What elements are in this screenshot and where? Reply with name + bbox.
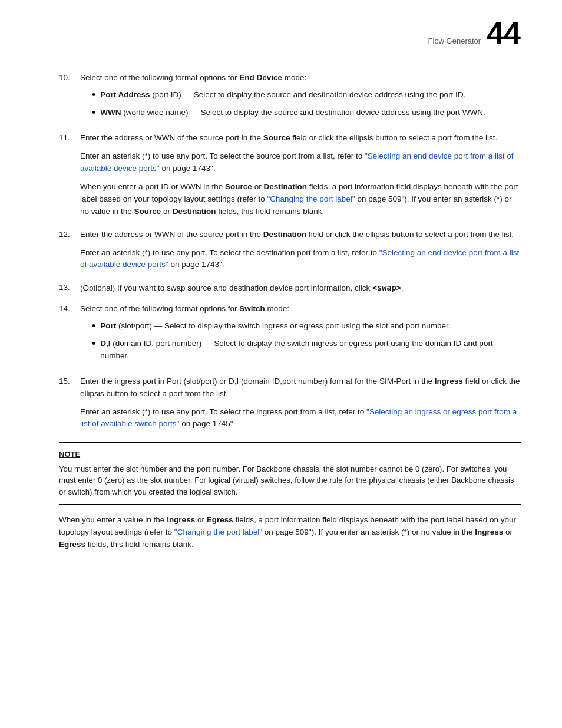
bullet-dot: •: [92, 89, 95, 102]
item-15-before: Enter the ingress port in Port (slot/por…: [80, 377, 435, 386]
list-item-11: 11. Enter the address or WWN of the sour…: [59, 132, 521, 220]
item-11-sub1: Enter an asterisk (*) to use any port. T…: [80, 150, 521, 175]
sub2-destination: Destination: [263, 182, 307, 191]
item-15-sub1: Enter an asterisk (*) to use any port. T…: [80, 406, 521, 431]
sub2-or2: or: [161, 207, 173, 216]
term-port-desc: (slot/port) — Select to display the swit…: [116, 321, 450, 330]
bullet-text-port: Port (slot/port) — Select to display the…: [100, 320, 521, 332]
item-number-14: 14.: [59, 303, 75, 367]
item-15-ingress: Ingress: [435, 377, 463, 386]
item-14-switch: Switch: [239, 304, 265, 313]
item-14-before: Select one of the following format optio…: [80, 304, 239, 313]
item-13-code: <swap>: [372, 283, 401, 292]
item-number-12: 12.: [59, 229, 75, 274]
footer-egress: Egress: [207, 515, 233, 524]
term-di: D,I: [100, 339, 110, 348]
item-text-14: Select one of the following format optio…: [80, 303, 521, 367]
term-wwn-desc: (world wide name) — Select to display th…: [121, 108, 485, 117]
page: Flow Generator 44 10. Select one of the …: [0, 0, 562, 728]
list-item-15: 15. Enter the ingress port in Port (slot…: [59, 375, 521, 433]
item-12-sub1-before: Enter an asterisk (*) to use any port. T…: [80, 248, 379, 257]
footer-ingress2: Ingress: [475, 528, 503, 536]
list-item-10: 10. Select one of the following format o…: [59, 72, 521, 124]
footer-or2: or: [503, 528, 513, 536]
footer-paragraph: When you enter a value in the Ingress or…: [59, 514, 521, 551]
sub1-before: Enter an asterisk (*) to use any port. T…: [80, 151, 365, 160]
footer-link[interactable]: "Changing the port label": [174, 528, 262, 536]
bullet-item-port-address: • Port Address (port ID) — Select to dis…: [92, 89, 521, 102]
item-14-bullets: • Port (slot/port) — Select to display t…: [92, 320, 521, 362]
item-12-after: field or click the ellipsis button to se…: [306, 230, 514, 239]
item-number-13: 13.: [59, 282, 75, 295]
footer-page: on page 509"). If you enter an asterisk …: [262, 528, 475, 536]
term-wwn: WWN: [100, 108, 121, 117]
item-11-after: field or click the ellipsis button to se…: [290, 133, 497, 142]
sub2-or: or: [252, 182, 264, 191]
item-text-15: Enter the ingress port in Port (slot/por…: [80, 375, 521, 433]
footer-egress2: Egress: [59, 540, 85, 549]
bullet-item-port: • Port (slot/port) — Select to display t…: [92, 320, 521, 333]
sub2-link[interactable]: "Changing the port label": [267, 195, 355, 203]
note-box: NOTE You must enter the slot number and …: [59, 442, 521, 505]
item-number-11: 11.: [59, 132, 75, 220]
item-text-10: Select one of the following format optio…: [80, 72, 521, 124]
bullet-text-port-address: Port Address (port ID) — Select to displ…: [100, 89, 521, 101]
bullet-dot: •: [92, 338, 95, 351]
footer-before: When you enter a value in the: [59, 515, 167, 524]
item-14-after: mode:: [265, 304, 289, 313]
note-text: You must enter the slot number and the p…: [59, 463, 521, 498]
sub2-end: fields, this field remains blank.: [216, 207, 324, 216]
list-item-14: 14. Select one of the following format o…: [59, 303, 521, 367]
term-di-desc: (domain ID, port number) — Select to dis…: [100, 339, 492, 360]
list-item-12: 12. Enter the address or WWN of the sour…: [59, 229, 521, 274]
item-12-before: Enter the address or WWN of the source p…: [80, 230, 263, 239]
item-text-12: Enter the address or WWN of the source p…: [80, 229, 521, 274]
item-11-source: Source: [263, 133, 290, 142]
footer-ingress: Ingress: [167, 515, 195, 524]
bullet-text-di: D,I (domain ID, port number) — Select to…: [100, 338, 521, 363]
item-12-sub1: Enter an asterisk (*) to use any port. T…: [80, 247, 521, 272]
sub2-before: When you enter a port ID or WWN in the: [80, 182, 225, 191]
footer-end: fields, this field remains blank.: [85, 540, 194, 549]
sub1-after: on page 1743".: [160, 164, 216, 173]
page-number: 44: [487, 18, 521, 48]
main-content: 10. Select one of the following format o…: [59, 72, 521, 551]
header-right: Flow Generator 44: [428, 18, 521, 48]
bullet-dot: •: [92, 320, 95, 333]
item-12-dest: Destination: [263, 230, 307, 239]
bullet-item-di: • D,I (domain ID, port number) — Select …: [92, 338, 521, 363]
item-number-10: 10.: [59, 72, 75, 124]
item-10-bullets: • Port Address (port ID) — Select to dis…: [92, 89, 521, 119]
item-15-sub1-before: Enter an asterisk (*) to use any port. T…: [80, 407, 366, 416]
bullet-item-wwn: • WWN (world wide name) — Select to disp…: [92, 107, 521, 120]
item-12-sub1-after: on page 1743".: [168, 260, 224, 269]
item-number-15: 15.: [59, 375, 75, 433]
item-15-sub1-after: on page 1745".: [179, 419, 235, 428]
item-13-end: .: [401, 284, 404, 292]
term-port: Port: [100, 321, 116, 330]
chapter-title: Flow Generator: [428, 37, 481, 45]
footer-or: or: [195, 515, 207, 524]
sub2-source: Source: [225, 182, 252, 191]
item-10-text-after: mode:: [282, 73, 306, 82]
item-13-text: (Optional) If you want to swap source an…: [80, 284, 372, 292]
item-10-text-before: Select one of the following format optio…: [80, 73, 239, 82]
term-port-address: Port Address: [100, 90, 150, 99]
item-text-13: (Optional) If you want to swap source an…: [80, 282, 521, 295]
sub2-source2: Source: [134, 207, 161, 216]
list-item-13: 13. (Optional) If you want to swap sourc…: [59, 282, 521, 295]
bullet-dot: •: [92, 107, 95, 120]
bullet-text-wwn: WWN (world wide name) — Select to displa…: [100, 107, 521, 119]
item-11-sub2: When you enter a port ID or WWN in the S…: [80, 181, 521, 218]
item-text-11: Enter the address or WWN of the source p…: [80, 132, 521, 220]
sub2-dest2: Destination: [173, 207, 216, 216]
note-label: NOTE: [59, 449, 521, 460]
page-header: Flow Generator 44: [59, 18, 521, 54]
item-11-before: Enter the address or WWN of the source p…: [80, 133, 263, 142]
item-10-bold: End Device: [239, 73, 282, 82]
term-port-address-desc: (port ID) — Select to display the source…: [150, 90, 466, 99]
